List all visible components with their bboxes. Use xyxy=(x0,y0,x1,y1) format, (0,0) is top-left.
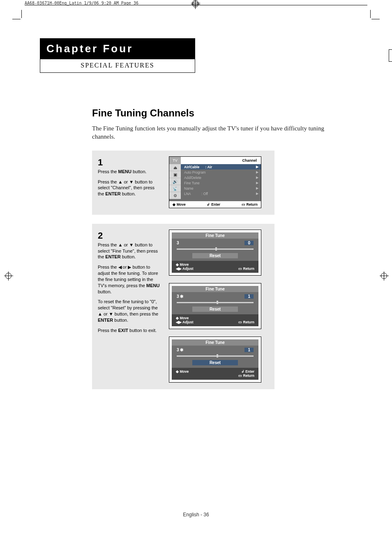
chapter-title: Chapter Four xyxy=(40,38,195,59)
registration-mark-icon xyxy=(380,272,389,281)
instruction-text: Press the ▲ or ▼ button to select "Fine … xyxy=(98,242,161,260)
menu-item-auto-program: Auto Program▶ xyxy=(181,169,261,175)
osd-title: Fine Tune xyxy=(172,232,258,239)
osd-tab-tv: TV xyxy=(169,157,181,164)
osd-fine-tune-c: Fine Tune 3 ✱1 Reset ◆ Move↲ Enter ▭ Ret… xyxy=(169,337,261,383)
osd-footer: ◆Move ↲Enter ▭Return xyxy=(169,201,261,208)
menu-item-name: Name▶ xyxy=(181,186,261,191)
chevron-right-icon: ▶ xyxy=(256,170,258,174)
step-number: 2 xyxy=(98,230,161,242)
chapter-block: Chapter Four SPECIAL FEATURES xyxy=(40,38,195,73)
instruction-text: Press the ▲ or ▼ button to select "Chann… xyxy=(98,179,161,197)
osd-fine-tune-a: Fine Tune 30 Reset ◆ Move ◀▶ Adjust▭ Ret… xyxy=(169,230,261,276)
reset-button: Reset xyxy=(192,306,238,312)
tune-slider xyxy=(177,354,254,358)
chevron-right-icon: ▶ xyxy=(256,186,258,190)
chevron-right-icon: ▶ xyxy=(256,192,258,195)
reset-button: Reset xyxy=(192,253,238,258)
crop-mark xyxy=(12,19,21,19)
instruction-text: Press the EXIT button to exit. xyxy=(98,327,161,334)
menu-item-add-delete: Add/Delete▶ xyxy=(181,175,261,180)
crop-mark xyxy=(370,10,371,18)
channel-number: 3 ✱ xyxy=(177,294,183,299)
channel-number: 3 ✱ xyxy=(177,348,183,352)
menu-item-lna: LNA : Off▶ xyxy=(181,191,261,196)
menu-item-fine-tune: Fine Tune▶ xyxy=(181,180,261,186)
osd-tab-channel: Channel xyxy=(181,157,261,164)
channel-icon: 📡 xyxy=(169,185,181,192)
return-icon: ▭ xyxy=(242,202,245,207)
osd-category-icons: ⏏ ▣ 🔊 📡 ⚙ xyxy=(169,164,181,201)
updown-icon: ◆ xyxy=(173,202,175,207)
chapter-subtitle: SPECIAL FEATURES xyxy=(40,59,195,73)
osd-title: Fine Tune xyxy=(172,286,258,292)
menu-item-air-cable: Air/Cable : Air▶ xyxy=(181,164,261,169)
section-intro: The Fine Tuning function lets you manual… xyxy=(92,125,347,141)
osd-title: Fine Tune xyxy=(172,339,258,346)
instruction-text: To reset the fine tuning to "0", select … xyxy=(98,299,161,323)
registration-mark-icon xyxy=(4,272,13,281)
tune-value: 0 xyxy=(244,241,254,245)
sound-icon: 🔊 xyxy=(169,178,181,185)
crop-mark xyxy=(371,19,380,19)
osd-footer: ◆ Move ◀▶ Adjust▭ Return xyxy=(172,261,258,273)
tune-slider xyxy=(177,247,254,251)
channel-number: 3 xyxy=(177,241,179,245)
chevron-right-icon: ▶ xyxy=(256,165,258,169)
tune-value: 1 xyxy=(244,348,254,352)
crop-mark xyxy=(21,10,22,18)
osd-footer: ◆ Move ◀▶ Adjust▭ Return xyxy=(172,314,258,326)
osd-channel-menu: TV Channel ⏏ ▣ 🔊 📡 ⚙ Air/Cable : Ai xyxy=(169,156,261,208)
osd-footer: ◆ Move↲ Enter ▭ Return xyxy=(172,368,258,380)
step-number: 1 xyxy=(98,156,161,169)
page-number: English - 36 xyxy=(21,512,371,518)
chevron-right-icon: ▶ xyxy=(256,176,258,179)
step-2: 2 Press the ▲ or ▼ button to select "Fin… xyxy=(92,224,274,389)
setup-icon: ⚙ xyxy=(169,192,181,199)
tune-value: 1 xyxy=(244,294,254,299)
enter-icon: ↲ xyxy=(207,202,210,207)
section-title: Fine Tuning Channels xyxy=(92,107,347,119)
reset-button: Reset xyxy=(192,360,238,365)
picture-icon: ▣ xyxy=(169,171,181,178)
crop-mark xyxy=(389,49,392,62)
input-icon: ⏏ xyxy=(169,164,181,171)
instruction-text: Press the ◀ or ▶ button to adjust the fi… xyxy=(98,264,161,295)
registration-mark-icon xyxy=(191,0,200,9)
chevron-right-icon: ▶ xyxy=(256,181,258,185)
tune-slider xyxy=(177,301,254,304)
osd-fine-tune-b: Fine Tune 3 ✱1 Reset ◆ Move ◀▶ Adjust▭ R… xyxy=(169,283,261,329)
instruction-text: Press the MENU button. xyxy=(98,169,161,175)
step-1: 1 Press the MENU button. Press the ▲ or … xyxy=(92,151,274,215)
osd-menu-list: Air/Cable : Air▶ Auto Program▶ Add/Delet… xyxy=(181,164,261,201)
